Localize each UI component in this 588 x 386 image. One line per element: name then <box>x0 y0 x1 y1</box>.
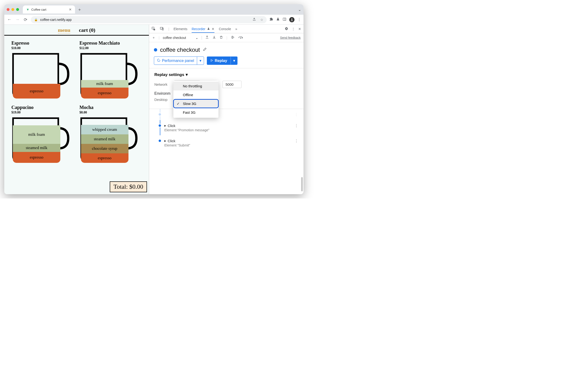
labs-icon[interactable] <box>276 17 280 22</box>
option-no-throttling[interactable]: No throttling <box>173 82 218 90</box>
svg-rect-0 <box>283 18 286 20</box>
recorder-header: coffee checkout Performance panel ▾ <box>149 42 303 68</box>
svg-point-6 <box>240 38 241 39</box>
step-dot-icon <box>159 140 161 142</box>
product-name: Mocha <box>80 105 142 110</box>
browser-window: ▼ Coffee cart ✕ ＋ ⌄ ← → ⟳ 🔒 coffee-cart.… <box>4 4 303 194</box>
close-devtools-icon[interactable]: ✕ <box>298 27 301 31</box>
product-name: Espresso <box>11 40 74 46</box>
page-nav: menu cart (0) <box>4 25 149 36</box>
close-window-button[interactable] <box>7 8 9 11</box>
browser-tab[interactable]: ▼ Coffee cart ✕ <box>23 5 75 14</box>
replay-dropdown-icon[interactable]: ▾ <box>231 57 237 64</box>
product-grid: Espresso $10.00 espresso Espresso Macchi… <box>4 36 149 169</box>
cup-layer: chocolate syrup <box>81 144 128 153</box>
step-over-icon[interactable] <box>238 36 243 40</box>
product-card[interactable]: Espresso Macchiato $12.00 espressomilk f… <box>80 40 142 100</box>
close-recorder-icon[interactable]: ✕ <box>211 27 214 31</box>
step-connector <box>160 120 160 135</box>
timeout-input[interactable]: 5000 <box>223 81 242 88</box>
scrollbar-thumb[interactable] <box>301 177 303 191</box>
forward-button[interactable]: → <box>15 17 20 22</box>
more-tabs-icon[interactable]: » <box>235 27 237 31</box>
step-item[interactable]: ▸Click Element "Promotion message" ⋮ <box>154 120 298 135</box>
step-more-icon[interactable]: ⋮ <box>294 112 298 117</box>
nav-menu-link[interactable]: menu <box>58 27 70 34</box>
product-card[interactable]: Espresso $10.00 espresso <box>11 40 74 100</box>
edit-title-icon[interactable] <box>203 47 207 52</box>
replay-settings: Replay settings ▾ Network Slow 3G ▴ Time… <box>149 68 303 109</box>
product-price: $8.00 <box>80 111 142 114</box>
step-more-icon[interactable]: ⋮ <box>294 123 298 132</box>
device-toggle-icon[interactable] <box>160 27 164 31</box>
script-selector[interactable]: coffee checkout ⌄ <box>163 36 202 40</box>
inspect-icon[interactable] <box>151 27 156 31</box>
network-dropdown: No throttling Offline Slow 3G Fast 3G <box>173 81 218 118</box>
product-price: $10.00 <box>11 46 74 50</box>
send-feedback-link[interactable]: Send feedback <box>280 36 301 40</box>
back-button[interactable]: ← <box>7 17 12 22</box>
add-recording-icon[interactable]: ＋ <box>152 36 155 40</box>
chevron-down-icon: ⌄ <box>195 36 198 40</box>
cup-layer: steamed milk <box>13 144 60 152</box>
expand-icon[interactable]: ▸ <box>164 139 166 143</box>
address-bar[interactable]: 🔒 coffee-cart.netlify.app ☆ <box>31 16 267 23</box>
panel-icon[interactable] <box>283 17 286 22</box>
bookmark-star-icon[interactable]: ☆ <box>260 18 263 21</box>
perf-dropdown-icon[interactable]: ▾ <box>197 57 204 64</box>
product-price: $19.00 <box>11 111 74 114</box>
reload-button[interactable]: ⟳ <box>23 17 28 22</box>
step-forward-icon[interactable] <box>231 35 235 40</box>
toolbar-right: ⋮ <box>270 17 301 22</box>
recording-title: coffee checkout <box>160 46 200 53</box>
option-slow-3g[interactable]: Slow 3G <box>173 99 218 108</box>
cup-graphic: espressomilk foam <box>80 52 139 100</box>
extensions-icon[interactable] <box>270 17 273 22</box>
settings-heading[interactable]: Replay settings ▾ <box>154 72 298 77</box>
devtools-tabs: | Elements Recorder ✕ Console » ⋮ ✕ <box>149 25 303 33</box>
gauge-icon <box>157 58 161 63</box>
content-area: menu cart (0) Espresso $10.00 espresso E… <box>4 25 303 194</box>
share-icon[interactable] <box>252 18 256 22</box>
new-tab-button[interactable]: ＋ <box>77 7 82 12</box>
steps-list: . ⋮ ▸Click Element "Promotion message" ⋮… <box>149 109 303 153</box>
devtools-panel: | Elements Recorder ✕ Console » ⋮ ✕ <box>149 25 303 194</box>
cup-graphic: espressochocolate syrupsteamed milkwhipp… <box>80 117 139 164</box>
option-offline[interactable]: Offline <box>173 90 218 99</box>
delete-icon[interactable] <box>219 35 223 40</box>
product-card[interactable]: Cappucino $19.00 espressosteamed milkmil… <box>11 105 74 164</box>
option-fast-3g[interactable]: Fast 3G <box>173 108 218 117</box>
overflow-menu-icon[interactable]: ⋮ <box>297 17 301 22</box>
tab-elements[interactable]: Elements <box>174 27 187 31</box>
step-item[interactable]: ▸Click Element "Submit" ⋮ <box>154 135 298 150</box>
export-icon[interactable] <box>205 35 209 40</box>
tab-strip: ▼ Coffee cart ✕ ＋ ⌄ <box>4 4 303 15</box>
import-icon[interactable] <box>212 35 216 40</box>
expand-icon[interactable]: ▸ <box>164 123 166 128</box>
tab-console[interactable]: Console <box>219 27 231 31</box>
minimize-window-button[interactable] <box>11 8 14 11</box>
performance-panel-button[interactable]: Performance panel ▾ <box>154 57 204 65</box>
fullscreen-window-button[interactable] <box>16 8 19 11</box>
play-icon <box>210 59 213 63</box>
step-dot-icon <box>159 113 161 116</box>
chevron-down-icon: ▾ <box>186 72 188 77</box>
tab-recorder[interactable]: Recorder ✕ <box>192 27 214 33</box>
product-card[interactable]: Mocha $8.00 espressochocolate syrupsteam… <box>80 105 142 164</box>
url-text: coffee-cart.netlify.app <box>40 18 72 21</box>
close-tab-icon[interactable]: ✕ <box>69 8 72 11</box>
replay-button[interactable]: Replay ▾ <box>207 57 237 65</box>
profile-avatar[interactable] <box>289 17 294 22</box>
window-dropdown-icon[interactable]: ⌄ <box>298 7 301 12</box>
cup-layer: milk foam <box>81 80 128 88</box>
devtools-menu-icon[interactable]: ⋮ <box>292 27 295 31</box>
nav-cart-link[interactable]: cart (0) <box>79 27 95 34</box>
svg-point-2 <box>291 19 293 20</box>
cup-layer: espresso <box>13 152 60 163</box>
step-more-icon[interactable]: ⋮ <box>294 139 298 147</box>
record-status-dot-icon <box>154 48 157 52</box>
step-dot-icon <box>159 124 161 127</box>
vue-favicon-icon: ▼ <box>26 8 29 11</box>
total-box[interactable]: Total: $0.00 <box>110 181 147 192</box>
settings-gear-icon[interactable] <box>284 27 288 31</box>
